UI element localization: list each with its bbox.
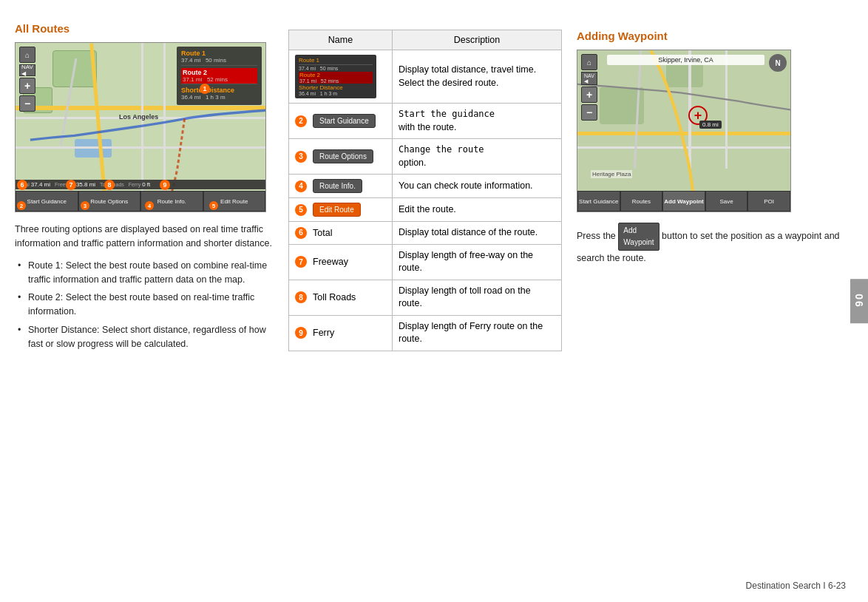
desc-cell-start-guidance: Start the guidancewith the route.: [393, 104, 562, 139]
badge-4-bottom: 4: [145, 201, 154, 210]
route-options-btn-table[interactable]: Route Options: [313, 149, 373, 163]
zoom-in-icon: +: [19, 78, 35, 94]
freeway-label: Freeway: [313, 257, 348, 267]
intro-text: Three routing options are displayed base…: [15, 223, 274, 251]
desc-cell-total: Display total distance of the route.: [393, 222, 562, 245]
wp-start-guidance-btn[interactable]: Start Guidance: [577, 191, 620, 212]
desc-cell-ferry: Display length of Ferry route on the rou…: [393, 315, 562, 351]
num-6: 6: [295, 227, 307, 239]
table-header-name: Name: [289, 30, 393, 50]
desc-cell-toll-roads: Display length of toll road on the route…: [393, 280, 562, 315]
badge-6: 6: [17, 180, 27, 190]
table-row-routes: Route 1 37.4 mi 50 mins Route 2 37.1 mi …: [289, 50, 562, 104]
bullet-2: Route 2: Select the best route based on …: [15, 291, 274, 319]
desc-cell-freeway: Display length of free-way on the route.: [393, 244, 562, 280]
table-row-ferry: 9 Ferry Display length of Ferry route on…: [289, 315, 562, 351]
bullet-list: Route 1: Select the best route based on …: [15, 259, 274, 351]
city-label: Los Angeles: [119, 113, 158, 121]
ferry-label: Ferry: [313, 328, 334, 338]
desc-cell-routes: Display total distance, travel time. Sel…: [393, 50, 562, 104]
num-3: 3: [295, 151, 307, 163]
route-2-stats: 37.1 mi 52 mins: [183, 76, 256, 83]
route-info-btn-table[interactable]: Route Info.: [313, 179, 362, 193]
route-display-mini: Route 1 37.4 mi 50 mins Route 2 37.1 mi …: [295, 55, 376, 98]
table-row-edit-route: 5 Edit Route Edit the route.: [289, 198, 562, 222]
num-9: 9: [295, 327, 307, 339]
start-guidance-btn-table[interactable]: Start Guidance: [313, 114, 376, 128]
wp-poi-btn[interactable]: POI: [747, 191, 790, 212]
press-suffix: button to set the position as a waypoint…: [577, 231, 840, 263]
route-shorter-name: Shorter Distance: [181, 87, 257, 94]
map-nav-icons: ⌂ NAV◀ + −: [19, 47, 35, 112]
name-cell-total: 6 Total: [289, 222, 393, 245]
route-1-name: Route 1: [181, 50, 257, 57]
table-row-total: 6 Total Display total distance of the ro…: [289, 222, 562, 245]
name-cell-routes: Route 1 37.4 mi 50 mins Route 2 37.1 mi …: [289, 50, 393, 104]
right-column: Adding Waypoint ⌂ NAV◀ + −: [577, 22, 853, 355]
info-table: Name Description Route 1 37.4 mi 50 mins…: [288, 30, 562, 351]
map-status-bar: Total 37.4 mi Freeway 35.8 mi Toll Roads…: [16, 180, 265, 189]
route-shorter-stats: 36.4 mi 1 h 3 m: [181, 94, 257, 101]
name-cell-route-info: 4 Route Info.: [289, 175, 393, 198]
table-row-freeway: 7 Freeway Display length of free-way on …: [289, 244, 562, 280]
toll-roads-label: Toll Roads: [313, 292, 356, 302]
name-cell-start-guidance: 2 Start Guidance: [289, 104, 393, 139]
table-header-desc: Description: [393, 30, 562, 50]
num-4: 4: [295, 180, 307, 192]
num-8: 8: [295, 291, 307, 303]
wp-buttons-bar: Start Guidance Routes Add Waypoint Save …: [577, 191, 790, 212]
route-1-item: Route 1 37.4 mi 50 mins: [181, 50, 257, 66]
heritage-label: Heritage Plaza: [591, 170, 632, 178]
name-cell-ferry: 9 Ferry: [289, 315, 393, 351]
press-text: Press the AddWaypoint button to set the …: [577, 223, 853, 266]
route-shorter-item: Shorter Distance 36.4 mi 1 h 3 m: [181, 87, 257, 102]
badge-1: 1: [200, 84, 210, 94]
side-tab: 06: [850, 279, 868, 323]
wp-save-btn[interactable]: Save: [705, 191, 748, 212]
waypoint-map: ⌂ NAV◀ + − Skipper, Irvine, CA N + 0.8 m…: [577, 50, 791, 212]
name-cell-toll-roads: 8 Toll Roads: [289, 280, 393, 315]
desc-cell-edit-route: Edit the route.: [393, 198, 562, 222]
num-2: 2: [295, 115, 307, 127]
wp-zoom-in-icon: +: [581, 87, 597, 103]
total-label: Total: [313, 228, 332, 238]
footer-text: Destination Search I 6-23: [746, 581, 846, 591]
wp-nav-icons: ⌂ NAV◀ + −: [581, 54, 597, 121]
wp-nav-label: NAV◀: [581, 72, 597, 85]
name-cell-edit-route: 5 Edit Route: [289, 198, 393, 222]
wp-zoom-out-icon: −: [581, 104, 597, 121]
side-tab-text: 06: [853, 294, 865, 308]
wp-home-icon: ⌂: [581, 54, 597, 70]
compass-icon: N: [769, 54, 787, 72]
press-prefix: Press the: [577, 231, 616, 241]
left-column: All Routes ⌂ NAV◀: [15, 22, 274, 355]
route-2-item: Route 2 37.1 mi 52 mins: [181, 68, 257, 84]
badge-7: 7: [66, 180, 76, 190]
adding-waypoint-title: Adding Waypoint: [577, 30, 853, 42]
status-ferry: Ferry 0 ft: [129, 181, 150, 188]
bullet-3: Shorter Distance: Select short distance,…: [15, 323, 274, 351]
wp-add-waypoint-btn[interactable]: Add Waypoint: [662, 191, 705, 212]
wp-routes-btn[interactable]: Routes: [620, 191, 663, 212]
route-1-stats: 37.4 mi 50 mins: [181, 57, 257, 64]
zoom-out-icon: −: [19, 95, 35, 112]
start-guidance-btn[interactable]: Start Guidance: [16, 191, 78, 212]
badge-3-bottom: 3: [81, 201, 89, 210]
desc-cell-route-info: You can check route information.: [393, 175, 562, 198]
table-row-toll-roads: 8 Toll Roads Display length of toll road…: [289, 280, 562, 315]
num-5: 5: [295, 204, 307, 216]
edit-route-btn-table[interactable]: Edit Route: [313, 203, 361, 217]
route-2-name: Route 2: [183, 69, 256, 76]
dist-badge: 0.8 mi: [699, 121, 722, 129]
middle-column: Name Description Route 1 37.4 mi 50 mins…: [288, 22, 562, 355]
bullet-1: Route 1: Select the best route based on …: [15, 259, 274, 287]
name-cell-route-options: 3 Route Options: [289, 139, 393, 175]
badge-9: 9: [160, 180, 170, 190]
map-buttons-bar: Start Guidance Route Options Route Info.…: [16, 191, 265, 212]
table-row-route-options: 3 Route Options Change the routeoption.: [289, 139, 562, 175]
name-cell-freeway: 7 Freeway: [289, 244, 393, 280]
badge-2-bottom: 2: [17, 201, 26, 210]
add-waypoint-inline-btn[interactable]: AddWaypoint: [618, 223, 659, 251]
route-panel: Route 1 37.4 mi 50 mins Route 2 37.1 mi …: [177, 47, 262, 105]
table-row-start-guidance: 2 Start Guidance Start the guidancewith …: [289, 104, 562, 139]
